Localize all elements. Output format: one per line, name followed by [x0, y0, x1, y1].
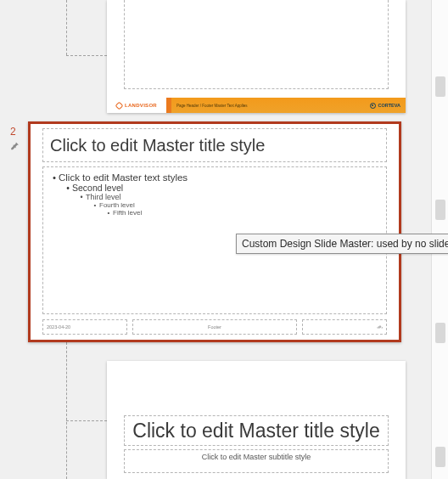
master-title-placeholder: Click to edit Master title style [42, 128, 387, 162]
pane-handle[interactable] [435, 323, 445, 343]
layout-title-text: Click to edit Master title style [132, 420, 379, 442]
landvisor-logo-text: LANDVISOR [125, 103, 157, 108]
slide-master-thumbnail-panel: LANDVISOR Page Header / Footer Master Te… [0, 0, 431, 479]
layout-subtitle-placeholder: Click to edit Master subtitle style [124, 449, 389, 473]
slide-number-placeholder: ‹#› [302, 319, 387, 335]
corteva-logo-icon [370, 103, 376, 109]
slide-layout-thumbnail[interactable]: Click to edit Master title style Click t… [107, 361, 406, 479]
pane-handle[interactable] [435, 200, 445, 220]
body-level-3: •Third level [77, 193, 379, 201]
slide-master-index: 2 [10, 126, 16, 138]
corteva-logo-text: CORTEVA [378, 103, 400, 108]
body-level-5: •Fifth level [104, 209, 379, 217]
tree-connector [66, 342, 67, 479]
slide-master-tooltip: Custom Design Slide Master: used by no s… [236, 234, 448, 254]
tree-connector [66, 55, 107, 56]
pane-handle[interactable] [435, 76, 445, 97]
footer-orange-strip: Page Header / Footer Master Text Applies… [166, 98, 406, 113]
preserve-master-pin-icon[interactable] [10, 139, 20, 149]
corteva-logo: CORTEVA [370, 103, 400, 109]
body-level-2: •Second level [64, 183, 379, 193]
body-level-1: •Click to edit Master text styles [50, 172, 379, 183]
layout-title-placeholder: Click to edit Master title style [124, 415, 389, 446]
body-level-4: •Fourth level [91, 201, 379, 209]
master-title-text: Click to edit Master title style [50, 136, 265, 155]
slide-footer-bar: LANDVISOR Page Header / Footer Master Te… [107, 98, 406, 113]
landvisor-logo: LANDVISOR [107, 98, 166, 113]
tree-connector [66, 420, 107, 421]
content-placeholder-outline [124, 0, 389, 89]
date-placeholder: 2023-04-20 [42, 319, 127, 335]
master-meta-row: 2023-04-20 Footer ‹#› [42, 319, 387, 335]
slide-layout-thumbnail[interactable]: LANDVISOR Page Header / Footer Master Te… [107, 0, 406, 113]
footer-tiny-text: Page Header / Footer Master Text Applies [176, 104, 247, 108]
layout-subtitle-text: Click to edit Master subtitle style [202, 453, 311, 461]
landvisor-logo-icon [115, 101, 124, 110]
pane-handle[interactable] [435, 447, 445, 467]
footer-placeholder: Footer [132, 319, 297, 335]
tree-connector [66, 0, 67, 55]
slide-master-thumbnail-selected[interactable]: Click to edit Master title style •Click … [28, 121, 401, 342]
